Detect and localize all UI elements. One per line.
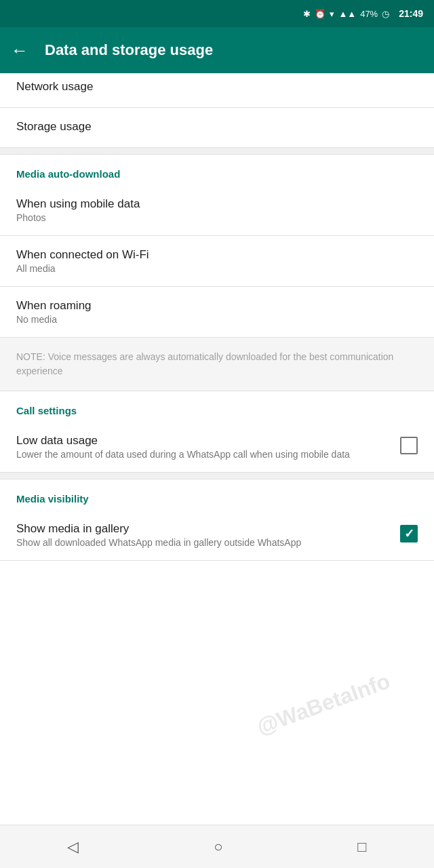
mobile-data-title: When using mobile data — [16, 197, 418, 211]
low-data-title: Low data usage — [16, 434, 389, 448]
network-usage-title: Network usage — [16, 80, 418, 94]
section-header-media-auto-download: Media auto-download — [0, 155, 434, 185]
storage-usage-title: Storage usage — [16, 120, 418, 134]
list-item-wifi[interactable]: When connected on Wi-Fi All media — [0, 236, 434, 287]
media-visibility-title: Media visibility — [16, 493, 418, 505]
time-display: 21:49 — [399, 8, 423, 19]
show-media-text: Show media in gallery Show all downloade… — [16, 522, 400, 548]
mobile-data-subtitle: Photos — [16, 212, 418, 223]
signal-icon: ▲▲ — [338, 9, 356, 19]
list-item-storage-usage[interactable]: Storage usage — [0, 108, 434, 148]
main-content: Network usage Storage usage Media auto-d… — [0, 73, 434, 561]
status-bar: ✱ ⏰ ▾ ▲▲ 47% ◷ 21:49 — [0, 0, 434, 27]
nav-home-button[interactable]: ○ — [214, 838, 222, 856]
show-media-title: Show media in gallery — [16, 522, 389, 536]
low-data-checkbox[interactable] — [400, 437, 418, 454]
section-header-call-settings: Call settings — [0, 391, 434, 422]
status-icons: ✱ ⏰ ▾ ▲▲ 47% ◷ 21:49 — [303, 8, 423, 19]
wifi-subtitle: All media — [16, 263, 418, 274]
wifi-icon: ▾ — [330, 9, 334, 19]
note-text: NOTE: Voice messages are always automati… — [16, 350, 418, 378]
list-item-network-usage[interactable]: Network usage — [0, 73, 434, 108]
alarm-icon: ⏰ — [315, 9, 326, 19]
low-data-subtitle: Lower the amount of data used during a W… — [16, 449, 389, 460]
wifi-title: When connected on Wi-Fi — [16, 248, 418, 262]
list-item-mobile-data[interactable]: When using mobile data Photos — [0, 185, 434, 236]
auto-download-note: NOTE: Voice messages are always automati… — [0, 338, 434, 391]
page-title: Data and storage usage — [45, 41, 213, 59]
bluetooth-icon: ✱ — [303, 9, 311, 19]
section-header-media-visibility: Media visibility — [0, 479, 434, 510]
roaming-title: When roaming — [16, 299, 418, 313]
battery-text: 47% — [360, 9, 378, 19]
nav-back-button[interactable]: ◁ — [67, 838, 79, 856]
nav-recent-button[interactable]: □ — [357, 838, 366, 856]
list-item-low-data[interactable]: Low data usage Lower the amount of data … — [0, 422, 434, 473]
back-button[interactable]: ← — [11, 40, 28, 61]
call-settings-title: Call settings — [16, 405, 418, 416]
list-item-roaming[interactable]: When roaming No media — [0, 287, 434, 338]
show-media-checkbox[interactable] — [400, 525, 418, 542]
navigation-bar: ◁ ○ □ — [0, 825, 434, 868]
battery-icon: ◷ — [382, 9, 389, 19]
show-media-subtitle: Show all downloaded WhatsApp media in ga… — [16, 537, 389, 548]
media-auto-download-title: Media auto-download — [16, 168, 418, 180]
watermark: @WaBetaInfo — [254, 669, 393, 740]
roaming-subtitle: No media — [16, 314, 418, 325]
low-data-text: Low data usage Lower the amount of data … — [16, 434, 400, 460]
app-header: ← Data and storage usage — [0, 27, 434, 73]
list-item-show-media[interactable]: Show media in gallery Show all downloade… — [0, 510, 434, 561]
